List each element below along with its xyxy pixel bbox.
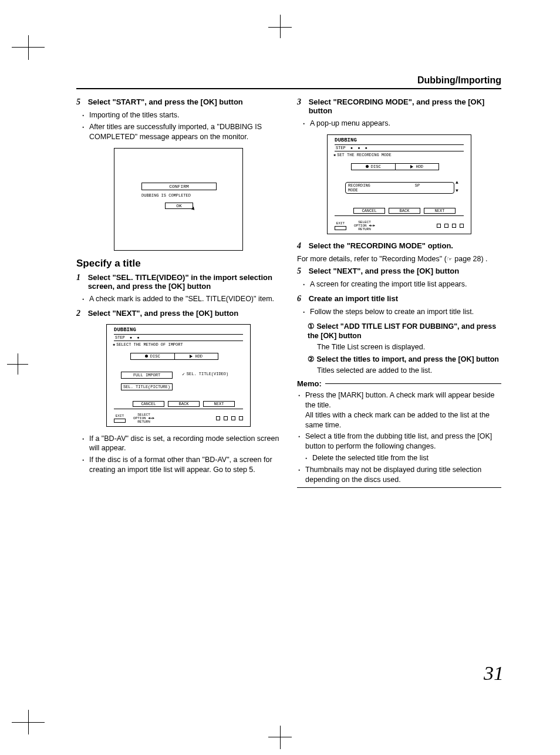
step-instruction: Create an import title list <box>309 294 497 303</box>
screen-title: DUBBING <box>335 137 357 143</box>
substep: ① Select "ADD TITLE LIST FOR DUBBING", a… <box>308 322 501 342</box>
color-button-icon <box>216 416 220 420</box>
memo-text: All titles with a check mark can be adde… <box>305 411 490 429</box>
sel-video-label: SEL. TITLE(VIDEO) <box>187 372 228 376</box>
crop-mark <box>268 737 292 737</box>
section-header: Dubbing/Importing <box>76 75 501 89</box>
nav-buttons: CANCEL BACK NEXT <box>133 401 235 407</box>
step-dots: ● ● ● <box>350 146 369 150</box>
color-button-icon <box>224 416 228 420</box>
step-label: STEP <box>336 146 346 150</box>
page-number: 31 <box>484 662 504 685</box>
crop-mark <box>28 35 29 60</box>
step-instruction: Select "RECORDING MODE", and press the [… <box>309 97 497 115</box>
hdd-option: HDD <box>396 164 439 170</box>
detail-pre: For more details, refer to "Recording Mo… <box>297 255 447 263</box>
detail-text: For more details, refer to "Recording Mo… <box>297 254 501 264</box>
memo-label: Memo: <box>297 379 322 388</box>
hdd-option: HDD <box>175 353 218 359</box>
dubbing-button-icon <box>335 226 346 230</box>
step-number: 1 <box>76 273 86 282</box>
play-icon <box>410 165 413 168</box>
dialog-message: DUBBING IS COMPLETED <box>141 193 191 198</box>
subsection-title: Specify a title <box>76 258 281 269</box>
step-number: 5 <box>76 97 86 107</box>
sel-title-picture-button: SEL. TITLE(PICTURE) <box>121 383 173 390</box>
disc-label: DISC <box>371 164 381 169</box>
screen-subtitle: ✱SELECT THE METHOD OF IMPORT <box>113 342 183 347</box>
crop-mark <box>28 710 29 734</box>
left-column: 5 Select "START", and press the [OK] but… <box>76 97 281 488</box>
substep: ② Select the titles to import, and press… <box>308 355 501 365</box>
right-column: 3 Select "RECORDING MODE", and press the… <box>297 97 501 488</box>
detail-post: page 28) . <box>453 255 488 263</box>
exit-label: EXIT <box>336 221 345 225</box>
disc-label: DISC <box>150 354 160 359</box>
bullet-text: If the disc is of a format other than "B… <box>76 455 281 475</box>
screen-subtitle: ✱SET THE RECORDING MODE <box>333 153 392 157</box>
substep-detail: Titles selected are added to the list. <box>317 366 501 376</box>
memo-subitem: Delete the selected title from the list <box>297 453 501 463</box>
step-instruction: Select the "RECORDING MODE" option. <box>309 241 497 250</box>
recording-mode-bar: RECORDING MODE SP <box>345 182 454 194</box>
memo-header: Memo: <box>297 379 501 388</box>
hdd-label: HDD <box>195 354 203 359</box>
step-number: 4 <box>297 241 306 251</box>
step-number: 6 <box>297 294 306 304</box>
sel-title-video: ✓SEL. TITLE(VIDEO) <box>182 372 238 377</box>
nav-buttons: CANCEL BACK NEXT <box>353 208 456 214</box>
screen-footer: EXIT SELECT OPTION ◄✦► RETURN <box>335 221 464 231</box>
up-arrow-icon: ▲ <box>456 180 458 185</box>
bullet-text: After titles are successfully imported, … <box>76 122 281 142</box>
page-content: Dubbing/Importing 5 Select "START", and … <box>76 75 501 488</box>
divider <box>335 215 464 216</box>
bullet-text: A pop-up menu appears. <box>297 119 501 129</box>
bullet-text: A screen for creating the import title l… <box>297 279 501 289</box>
subtitle-text: SELECT THE METHOD OF IMPORT <box>116 342 183 347</box>
dubbing-button-icon <box>114 419 126 423</box>
screen-step-bar: STEP● ● <box>114 334 243 341</box>
dialog-title: CONFIRM <box>141 183 217 190</box>
recording-mode-value: SP <box>381 183 454 193</box>
bullet-text: Importing of the titles starts. <box>76 110 281 120</box>
disc-option: DISC <box>352 164 396 170</box>
screen-footer: EXIT SELECT OPTION ◄✦► RETURN <box>114 413 243 424</box>
next-button: NEXT <box>203 401 235 407</box>
step-label: STEP <box>115 335 125 340</box>
record-icon <box>145 355 148 358</box>
crop-mark <box>280 15 281 38</box>
star-icon: ✱ <box>113 342 115 346</box>
memo-text: Press the [MARK] button. A check mark wi… <box>305 391 494 409</box>
check-icon: ✓ <box>182 372 185 377</box>
exit-label: EXIT <box>116 414 124 418</box>
screen-confirm-dialog: CONFIRM DUBBING IS COMPLETED OK <box>114 148 243 251</box>
bullet-text: A check mark is added to the "SEL. TITLE… <box>76 294 281 304</box>
divider <box>114 409 243 409</box>
sel-picture-label: SEL. TITLE(PICTURE) <box>122 384 172 390</box>
screen-title: DUBBING <box>114 327 136 333</box>
step-dots: ● ● <box>130 335 141 340</box>
screen-dubbing-method: DUBBING STEP● ● ✱SELECT THE METHOD OF IM… <box>106 324 251 427</box>
media-row: DISC HDD <box>130 353 218 360</box>
back-button: BACK <box>168 401 200 407</box>
memo-end-line <box>297 487 501 488</box>
full-import-button: FULL IMPORT <box>121 372 173 379</box>
crop-mark <box>280 726 281 749</box>
color-button-icon <box>239 416 243 420</box>
recording-mode-label: RECORDING MODE <box>346 183 381 193</box>
play-icon <box>190 355 193 358</box>
return-label: RETURN <box>137 420 150 424</box>
media-row: DISC HDD <box>351 163 439 170</box>
color-button-icon <box>444 224 448 228</box>
color-button-icon <box>437 224 441 228</box>
reference-icon: ☞ <box>447 255 453 262</box>
memo-item: Select a title from the dubbing title li… <box>297 432 501 451</box>
bullet-text: Follow the steps below to create an impo… <box>297 307 501 317</box>
crop-mark <box>18 353 18 375</box>
bullet-text: If a "BD-AV" disc is set, a recording mo… <box>76 434 281 454</box>
step-instruction: Select "NEXT", and press the [OK] button <box>88 309 276 318</box>
step-instruction: Select "SEL. TITLE(VIDEO)" in the import… <box>88 273 276 291</box>
back-button: BACK <box>389 208 420 214</box>
full-import-label: FULL IMPORT <box>122 372 172 378</box>
crop-mark <box>268 27 292 28</box>
